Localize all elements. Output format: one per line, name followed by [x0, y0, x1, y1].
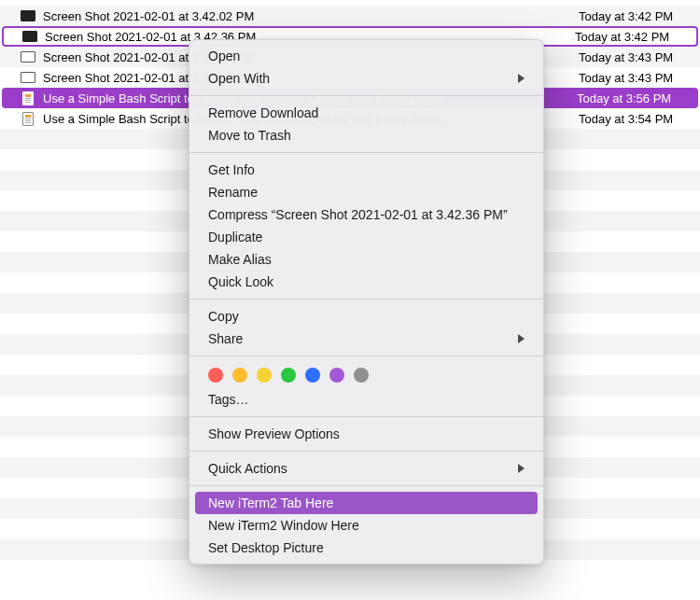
menu-show-preview-options[interactable]: Show Preview Options [195, 423, 538, 445]
menu-label: Show Preview Options [208, 426, 340, 441]
file-row[interactable]: Screen Shot 2021-02-01 at 3.42.02 PM Tod… [0, 6, 700, 26]
menu-get-info[interactable]: Get Info [195, 159, 538, 181]
screenshot-icon [21, 8, 35, 23]
menu-separator [189, 152, 543, 153]
menu-move-to-trash[interactable]: Move to Trash [195, 124, 538, 147]
menu-label: Copy [208, 309, 239, 324]
menu-share[interactable]: Share [195, 328, 538, 350]
menu-rename[interactable]: Rename [195, 181, 538, 203]
file-date: Today at 3:43 PM [569, 71, 691, 85]
menu-label: Quick Look [208, 274, 273, 289]
chevron-right-icon [518, 74, 525, 83]
menu-compress[interactable]: Compress “Screen Shot 2021-02-01 at 3.42… [195, 203, 538, 226]
menu-label: Get Info [208, 162, 255, 177]
menu-copy[interactable]: Copy [195, 305, 538, 328]
menu-new-iterm2-tab[interactable]: New iTerm2 Tab Here [195, 492, 538, 514]
menu-label: Open With [208, 71, 270, 86]
menu-separator [189, 451, 543, 452]
file-name: Screen Shot 2021-02-01 at 3.42.02 PM [43, 9, 569, 23]
screenshot-icon [22, 29, 37, 44]
file-date: Today at 3:43 PM [569, 50, 691, 64]
screenshot-icon [21, 49, 35, 64]
menu-open[interactable]: Open [195, 45, 538, 67]
tag-row [195, 362, 538, 388]
pages-doc-icon [21, 91, 35, 105]
menu-label: New iTerm2 Tab Here [208, 495, 333, 510]
menu-separator [189, 356, 543, 356]
menu-label: Set Desktop Picture [208, 540, 324, 555]
file-date: Today at 3:56 PM [567, 91, 689, 105]
file-date: Today at 3:42 PM [566, 30, 687, 44]
file-date: Today at 3:54 PM [569, 112, 691, 126]
tag-red[interactable] [208, 368, 223, 383]
tag-gray[interactable] [354, 368, 369, 383]
tag-green[interactable] [281, 368, 296, 383]
menu-remove-download[interactable]: Remove Download [195, 102, 538, 124]
menu-set-desktop-picture[interactable]: Set Desktop Picture [195, 537, 538, 559]
menu-open-with[interactable]: Open With [195, 67, 538, 90]
menu-separator [189, 299, 543, 300]
menu-tags[interactable]: Tags… [195, 388, 538, 411]
context-menu: Open Open With Remove Download Move to T… [189, 39, 544, 565]
menu-quick-actions[interactable]: Quick Actions [195, 457, 538, 480]
menu-label: Make Alias [208, 252, 272, 267]
menu-label: Remove Download [208, 105, 318, 120]
screenshot-icon [21, 70, 35, 85]
menu-make-alias[interactable]: Make Alias [195, 248, 538, 271]
chevron-right-icon [518, 334, 525, 343]
menu-label: Open [208, 49, 240, 63]
menu-label: Rename [208, 185, 258, 200]
tag-orange[interactable] [232, 368, 247, 383]
tag-purple[interactable] [329, 368, 344, 383]
menu-new-iterm2-window[interactable]: New iTerm2 Window Here [195, 514, 538, 537]
chevron-right-icon [518, 464, 525, 473]
menu-label: Quick Actions [208, 461, 287, 476]
menu-duplicate[interactable]: Duplicate [195, 226, 538, 248]
pages-doc-icon [21, 111, 35, 126]
menu-separator [189, 485, 543, 486]
menu-label: Move to Trash [208, 128, 291, 143]
menu-label: Tags… [208, 392, 249, 407]
menu-quick-look[interactable]: Quick Look [195, 271, 538, 293]
menu-separator [189, 95, 543, 96]
file-date: Today at 3:42 PM [569, 9, 691, 23]
tag-yellow[interactable] [257, 368, 272, 383]
menu-label: New iTerm2 Window Here [208, 518, 359, 533]
menu-label: Share [208, 331, 243, 346]
menu-separator [189, 416, 543, 417]
menu-label: Duplicate [208, 230, 262, 244]
tag-blue[interactable] [305, 368, 320, 383]
menu-label: Compress “Screen Shot 2021-02-01 at 3.42… [208, 207, 508, 222]
